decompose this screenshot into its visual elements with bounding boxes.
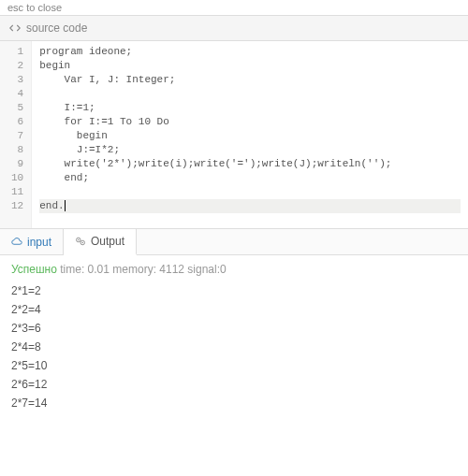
line-number: 11	[11, 185, 23, 199]
code-line[interactable]: end.	[39, 199, 461, 213]
line-number: 7	[11, 129, 23, 143]
io-tabs: input Output	[0, 228, 468, 255]
tab-input-label: input	[27, 236, 51, 249]
tab-output-label: Output	[91, 235, 124, 248]
code-editor[interactable]: 123456789101112 program ideone;begin Var…	[0, 41, 468, 228]
code-line[interactable]: for I:=1 To 10 Do	[39, 115, 461, 129]
status-signal: signal:0	[187, 263, 226, 276]
code-icon	[9, 22, 21, 34]
code-line[interactable]: begin	[39, 129, 461, 143]
source-code-header: source code	[0, 16, 468, 41]
code-line[interactable]	[39, 87, 461, 101]
status-success: Успешно	[11, 263, 57, 276]
text-cursor	[65, 200, 66, 211]
line-number: 3	[11, 73, 23, 87]
line-number: 4	[11, 87, 23, 101]
line-number: 2	[11, 59, 23, 73]
line-number: 5	[11, 101, 23, 115]
line-number: 6	[11, 115, 23, 129]
cloud-icon	[11, 237, 22, 248]
status-line: Успешно time: 0.01 memory: 4112 signal:0	[11, 263, 457, 276]
line-number: 10	[11, 171, 23, 185]
status-time: time: 0.01	[60, 263, 110, 276]
line-number: 12	[11, 199, 23, 213]
code-line[interactable]: J:=I*2;	[39, 143, 461, 157]
tab-output[interactable]: Output	[64, 229, 137, 255]
code-content[interactable]: program ideone;begin Var I, J: Integer; …	[32, 41, 468, 228]
code-line[interactable]: I:=1;	[39, 101, 461, 115]
output-text: 2*1=2 2*2=4 2*3=6 2*4=8 2*5=10 2*6=12 2*…	[11, 281, 457, 412]
output-panel: Успешно time: 0.01 memory: 4112 signal:0…	[0, 255, 468, 420]
line-number: 9	[11, 157, 23, 171]
line-gutter: 123456789101112	[0, 41, 32, 228]
code-line[interactable]: begin	[39, 59, 461, 73]
status-memory: memory: 4112	[112, 263, 184, 276]
gears-icon	[75, 236, 86, 247]
code-line[interactable]	[39, 185, 461, 199]
code-line[interactable]: Var I, J: Integer;	[39, 73, 461, 87]
line-number: 8	[11, 143, 23, 157]
source-code-label: source code	[26, 22, 87, 35]
tab-input[interactable]: input	[0, 229, 64, 254]
svg-point-1	[78, 239, 80, 241]
line-number: 1	[11, 45, 23, 59]
code-line[interactable]: program ideone;	[39, 45, 461, 59]
close-hint: esc to close	[0, 0, 468, 16]
code-line[interactable]: write('2*');write(i);write('=');write(J)…	[39, 157, 461, 171]
svg-point-3	[82, 242, 84, 244]
code-line[interactable]: end;	[39, 171, 461, 185]
